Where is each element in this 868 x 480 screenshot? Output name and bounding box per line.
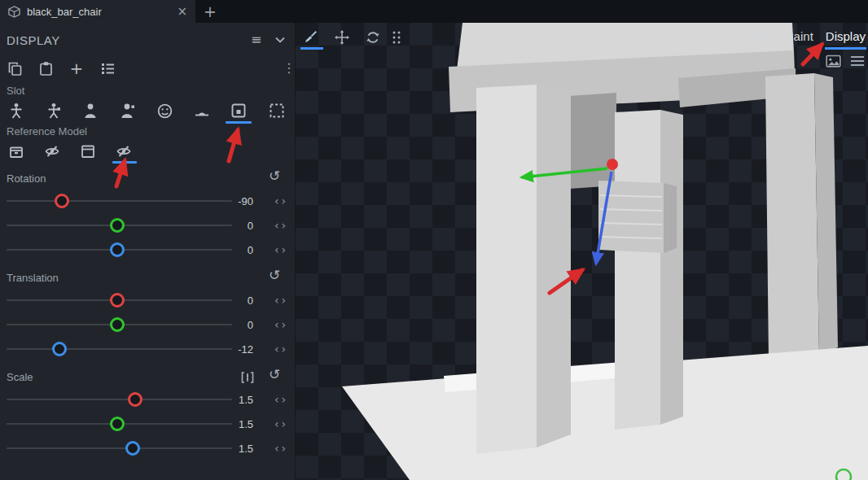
new-tab-button[interactable]: + [195,0,225,23]
rotation-x-value[interactable]: -90 [196,195,253,207]
reference-selected-underline [112,161,137,164]
active-tool-underline [300,47,323,50]
translation-y-value[interactable]: 0 [196,319,253,331]
slot-ground-icon[interactable] [191,100,213,121]
paste-icon[interactable] [36,59,55,78]
paint-brush-tool-icon[interactable] [300,28,320,47]
reference-hide-second-icon[interactable] [113,141,134,162]
stepper-increase[interactable]: › [282,194,287,207]
slider-handle-z[interactable] [110,242,125,257]
stepper-increase[interactable]: › [282,318,287,331]
slot-gui-icon[interactable] [266,100,287,121]
stepper-increase[interactable]: › [282,393,287,406]
copy-icon[interactable] [5,59,24,78]
scale-z-value[interactable]: 1.5 [196,443,253,455]
model-icon [8,6,20,18]
stepper-increase[interactable]: › [282,442,287,455]
slider-handle-y[interactable] [110,417,125,431]
screenshot-image-icon[interactable] [825,53,841,69]
stepper-increase[interactable]: › [282,343,287,356]
viewport-menu-icon[interactable] [849,53,866,69]
rotation-reset-icon[interactable]: ↺ [269,169,280,183]
reference-model-label: Reference Model [7,125,87,137]
stepper-decrease[interactable]: ‹ [274,219,279,232]
toolbar-drag-handle-icon[interactable] [387,28,406,47]
value-stepper: ‹› [269,442,292,455]
stepper-decrease[interactable]: ‹ [274,393,279,406]
add-icon[interactable]: + [67,59,86,78]
gizmo-origin-dot[interactable] [607,159,618,170]
slot-thirdperson-righthand-icon[interactable] [6,100,27,121]
translation-y-row: 0 ‹› [0,313,296,336]
stepper-decrease[interactable]: ‹ [274,343,279,356]
move-tool-icon[interactable] [332,28,352,47]
reference-inventory-icon[interactable] [77,141,99,162]
stepper-decrease[interactable]: ‹ [274,243,279,256]
slider-handle-y[interactable] [110,218,125,233]
presets-list-icon[interactable] [98,59,117,78]
reference-hide-first-icon[interactable] [42,141,63,162]
overflow-menu-icon[interactable]: ⋮ [283,60,296,76]
value-stepper: ‹› [269,243,292,256]
mode-tab-edit[interactable]: Edit [752,29,774,50]
stepper-decrease[interactable]: ‹ [274,194,279,207]
scale-link-icon[interactable] [239,369,256,386]
panel-title: DISPLAY [7,33,60,47]
stepper-increase[interactable]: › [282,219,287,232]
stepper-decrease[interactable]: ‹ [274,442,279,455]
scale-x-row: 1.5 ‹› [0,388,296,411]
rotation-x-row: -90 ‹› [0,190,296,212]
slot-firstperson-lefthand-icon[interactable] [117,100,138,121]
slot-selected-underline [226,121,252,124]
mode-tab-paint[interactable]: Paint [785,29,814,50]
slot-head-icon[interactable] [154,100,175,121]
stepper-decrease[interactable]: ‹ [274,318,279,331]
panel-menu-icon[interactable]: ≡ [251,32,261,47]
display-panel: DISPLAY ≡ + ⋮ Slot [0,23,296,480]
scene-canvas [296,23,868,480]
slot-thirdperson-lefthand-icon[interactable] [43,100,64,121]
stepper-increase[interactable]: › [282,417,287,430]
scale-reset-icon[interactable]: ↺ [269,368,280,382]
app: { "colors": { "accent": "#3e90ff", "axis… [0,0,868,480]
chair-model [342,23,868,480]
translation-x-value[interactable]: 0 [196,295,253,307]
value-stepper: ‹› [269,343,292,356]
stepper-decrease[interactable]: ‹ [274,294,279,307]
stepper-increase[interactable]: › [282,243,287,256]
stepper-increase[interactable]: › [282,294,287,307]
tab-close-icon[interactable]: × [177,6,187,18]
translation-label: Translation [7,272,59,284]
scale-x-value[interactable]: 1.5 [196,394,253,406]
chevron-down-icon[interactable] [275,37,285,43]
rotation-z-row: 0 ‹› [0,238,296,261]
slot-firstperson-righthand-icon[interactable] [80,100,101,121]
value-stepper: ‹› [269,318,292,331]
slider-handle-z[interactable] [125,441,140,456]
value-stepper: ‹› [269,219,292,232]
translation-z-row: -12 ‹› [0,338,296,360]
rotation-y-value[interactable]: 0 [196,220,253,232]
slider-handle-x[interactable] [128,392,142,407]
value-stepper: ‹› [269,393,292,406]
rotation-z-value[interactable]: 0 [196,244,253,256]
slider-handle-x[interactable] [110,293,125,308]
3d-viewport[interactable]: Edit Paint Display [296,23,868,480]
stepper-decrease[interactable]: ‹ [274,417,279,430]
value-stepper: ‹› [269,294,292,307]
scale-y-value[interactable]: 1.5 [196,418,253,430]
slider-handle-z[interactable] [52,342,67,356]
reference-block-icon[interactable] [6,141,27,162]
mode-tab-display[interactable]: Display [825,29,866,50]
tab-black-bar-chair[interactable]: black_bar_chair × [0,0,195,23]
scale-y-row: 1.5 ‹› [0,412,296,435]
slider-handle-x[interactable] [55,194,69,208]
tab-bar: black_bar_chair × + [0,0,868,23]
rotate-view-icon[interactable] [363,28,383,47]
translation-reset-icon[interactable]: ↺ [269,268,280,282]
rotation-y-row: 0 ‹› [0,214,296,237]
slider-handle-y[interactable] [110,317,125,332]
scale-z-row: 1.5 ‹› [0,437,296,460]
translation-z-value[interactable]: -12 [196,343,253,356]
slot-fixed-frame-icon[interactable] [228,100,249,121]
